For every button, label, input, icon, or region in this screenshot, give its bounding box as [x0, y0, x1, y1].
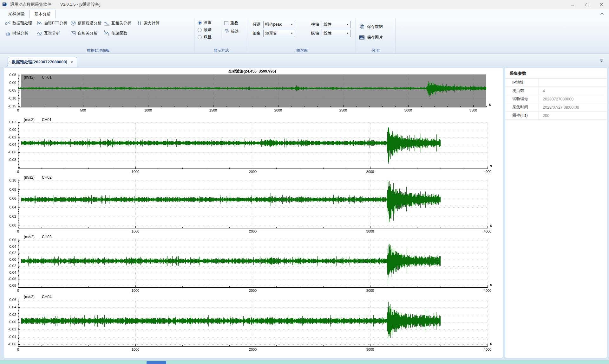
content-area: 采集参数 IP地址测点数4试验编号20230727080000采集时间2023/…	[0, 67, 609, 361]
dropdown-label: 频谱	[253, 22, 261, 27]
app-icon	[3, 2, 8, 7]
save-button-label: 保存图片	[367, 35, 383, 40]
overlay-checkbox[interactable]	[224, 21, 228, 25]
filter-label: 筛选	[231, 29, 239, 34]
group-label-save: 保 存	[356, 48, 396, 53]
dropdown-label: 纵轴	[311, 31, 319, 36]
save-data-button[interactable]: 保存数据	[359, 21, 383, 32]
group-label-spectrum: 频谱图	[248, 48, 356, 53]
radio-label: 频谱	[204, 27, 212, 33]
taskbar-item[interactable]	[147, 361, 166, 364]
ch01-waveform-chart[interactable]	[6, 116, 496, 177]
radio-icon[interactable]	[198, 21, 202, 25]
analysis-button-label: 自相关分析	[78, 31, 98, 36]
save-image-button[interactable]: 保存图片	[359, 32, 383, 43]
params-table: IP地址测点数4试验编号20230727080000采集时间2023/07/27…	[505, 79, 607, 120]
analysis-button[interactable]: 自谱FFT分析	[36, 19, 69, 28]
document-tab-strip: 数据预处理[20230727080000] ×	[0, 54, 609, 67]
dropdown-value: 矩形窗	[265, 31, 277, 36]
analysis-button[interactable]: 索力计算	[135, 19, 162, 28]
restore-button[interactable]	[580, 0, 594, 9]
dropdown-row: 横轴线性▼	[311, 21, 358, 28]
autocorr-icon	[70, 30, 76, 36]
radio-label: 波形	[204, 20, 212, 25]
chevron-down-icon: ▼	[346, 32, 349, 35]
group-label-data-processing: 数据处理面板	[3, 48, 194, 53]
dropdown-select[interactable]: 线性▼	[322, 21, 351, 28]
dropdown-row: 纵轴线性▼	[311, 30, 358, 37]
group-display-mode: 波形频谱双显 重叠 筛选 显示方式	[194, 18, 248, 54]
param-label: 测点数	[505, 88, 539, 93]
svg-text:1: 1	[104, 30, 105, 32]
dropdown-label: 横轴	[311, 22, 319, 27]
analysis-button[interactable]: 15传递函数	[103, 29, 135, 38]
display-mode-option[interactable]: 波形	[198, 19, 212, 26]
param-value: 4	[539, 87, 607, 95]
titlebar: 通用动态数据采集软件V2.0.1.5 - [8通道设备]	[0, 0, 609, 9]
app-name: 通用动态数据采集软件	[10, 2, 51, 7]
analysis-button[interactable]: 自相关分析	[69, 29, 103, 38]
divider	[221, 20, 221, 38]
analysis-button[interactable]: 互谱分析	[36, 29, 69, 38]
app-version: V2.0.1.5 - [8通道设备]	[60, 2, 100, 7]
document-tab[interactable]: 数据预处理[20230727080000] ×	[8, 57, 77, 67]
param-label: IP地址	[505, 80, 539, 85]
analysis-button-label: 传递函数	[111, 31, 127, 36]
transfer-icon: 15	[104, 30, 110, 36]
analysis-button-label: 自谱FFT分析	[44, 21, 67, 26]
param-value: 2023/07/27 08:00:00	[539, 103, 607, 111]
param-label: 频率(Hz)	[505, 113, 539, 118]
acquisition-params-panel: 采集参数 IP地址测点数4试验编号20230727080000采集时间2023/…	[505, 68, 607, 358]
param-row: 测点数4	[505, 87, 607, 95]
params-header: 采集参数	[505, 68, 607, 79]
display-mode-option[interactable]: 频谱	[198, 26, 212, 34]
param-label: 试验编号	[505, 96, 539, 102]
ch04-waveform-chart[interactable]	[6, 295, 496, 352]
analysis-button[interactable]: 时域分析	[4, 29, 36, 38]
tab-basic-analysis[interactable]: 基本分析	[29, 10, 56, 18]
dropdown-value: 线性	[324, 22, 331, 27]
analysis-buttons: 数据预处理自谱FFT分析倍频程谱分析互相关分析索力计算时域分析互谱分析自相关分析…	[4, 19, 162, 38]
window-title: 通用动态数据采集软件V2.0.1.5 - [8通道设备]	[10, 2, 100, 7]
chevron-down-icon: ▼	[346, 23, 349, 26]
analysis-button-label: 索力计算	[144, 21, 160, 26]
radio-icon[interactable]	[198, 28, 202, 32]
taskbar-strip	[0, 361, 609, 364]
radio-icon[interactable]	[198, 35, 202, 39]
param-label: 采集时间	[505, 105, 539, 110]
ch03-waveform-chart[interactable]	[6, 234, 496, 293]
display-mode-radios: 波形频谱双显	[198, 19, 212, 41]
filter-button[interactable]: 筛选	[224, 28, 239, 35]
dropdown-row: 频谱幅值peak▼	[253, 21, 311, 28]
param-row: 采集时间2023/07/27 08:00:00	[505, 103, 607, 112]
analysis-button-label: 互谱分析	[44, 31, 60, 36]
analysis-button[interactable]: 数据预处理	[4, 19, 36, 28]
dropdown-select[interactable]: 线性▼	[322, 30, 351, 37]
analysis-button[interactable]: 互相关分析	[103, 19, 135, 28]
cableforce-icon	[136, 20, 142, 26]
overlay-checkbox-row[interactable]: 重叠	[224, 20, 238, 26]
display-mode-option[interactable]: 双显	[198, 34, 212, 41]
save-data-icon	[359, 24, 365, 29]
crossspec-icon	[37, 30, 43, 36]
dropdown-select[interactable]: 矩形窗▼	[263, 30, 295, 37]
dropdown-select[interactable]: 幅值peak▼	[263, 21, 295, 28]
ribbon-tab-row: 采样测量 基本分析	[0, 9, 609, 18]
dropdown-row: 加窗矩形窗▼	[253, 30, 311, 37]
svg-text:5: 5	[108, 35, 109, 36]
dropdown-label: 加窗	[253, 31, 261, 36]
document-tab-close-icon[interactable]: ×	[70, 60, 73, 65]
crosscorr-icon	[104, 20, 110, 26]
param-row: 试验编号20230727080000	[505, 95, 607, 103]
tab-sampling[interactable]: 采样测量	[4, 10, 29, 18]
window-list-icon[interactable]	[599, 58, 604, 64]
overview-waveform-chart[interactable]	[6, 68, 496, 116]
dropdown-value: 线性	[324, 31, 331, 36]
save-button-label: 保存数据	[367, 24, 383, 29]
minimize-button[interactable]	[565, 0, 580, 9]
save-image-icon	[359, 35, 365, 40]
analysis-button[interactable]: 倍频程谱分析	[69, 19, 103, 28]
ch02-waveform-chart[interactable]	[6, 175, 496, 234]
close-button[interactable]	[594, 0, 609, 9]
ribbon-collapse-button[interactable]	[599, 11, 605, 17]
